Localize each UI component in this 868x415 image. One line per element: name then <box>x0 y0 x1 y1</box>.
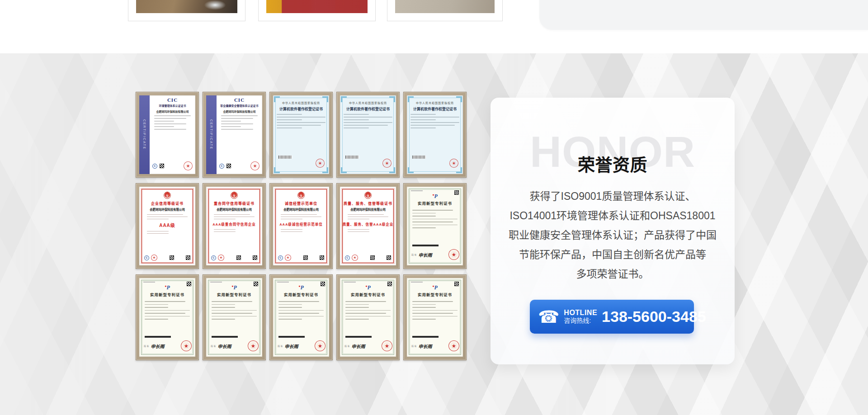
certificate-number-line <box>277 282 289 283</box>
national-emblem-seal-icon: ★ <box>315 340 326 351</box>
project-photo-3 <box>395 0 495 13</box>
certificate-page: CERTIFICATE CIC 职业健康安全管理体系认证证书 合肥珂玛环保科技有… <box>206 95 262 174</box>
certificate-item-patent[interactable]: ●P 实用新型专利证书 局 长 申长雨 ★ <box>203 274 266 360</box>
description-line: 多项荣誉证书。 <box>500 264 726 284</box>
signer-role: 局 长 <box>278 344 283 347</box>
certificate-item-copyright[interactable]: 中华人民共和国国家版权局 计算机软件著作权登记证书 ★ <box>403 92 467 178</box>
barcode-icon <box>345 336 372 338</box>
certificate-item-cic[interactable]: CERTIFICATE CIC 职业健康安全管理体系认证证书 合肥珂玛环保科技有… <box>203 92 266 178</box>
ornate-corner-icon <box>341 167 347 173</box>
barcode-icon <box>278 336 305 338</box>
certificate-number-line <box>143 282 155 283</box>
certificate-award: 质量、服务、信誉AAA级企业 <box>343 222 394 226</box>
signer-role: 局 长 <box>411 344 416 347</box>
ornate-corner-icon <box>389 96 395 102</box>
page: CERTIFICATE CIC 环境管理体系认证证书 合肥珂玛环保科技有限公司 … <box>0 0 868 415</box>
certificate-page: 中华人民共和国国家版权局 计算机软件著作权登记证书 ★ <box>407 95 463 174</box>
certificate-page: ●P 实用新型专利证书 局 长 申长雨 ★ <box>340 278 396 357</box>
certificate-item-copyright[interactable]: 中华人民共和国国家版权局 计算机软件著作权登记证书 ★ <box>269 92 333 178</box>
cnipa-logo: ●P <box>407 284 463 291</box>
certificate-title: 实用新型专利证书 <box>407 200 463 206</box>
signer-role: 局 长 <box>411 253 416 256</box>
certificate-page: ●P 实用新型专利证书 局 长 申长雨 ★ <box>407 187 463 265</box>
ornate-corner-icon <box>408 167 414 173</box>
red-seal-icon: ★ <box>218 255 224 261</box>
certificate-title: 企业信用等级证书 <box>151 201 184 206</box>
red-seal-icon: ★ <box>250 161 259 170</box>
ornate-corner-icon <box>341 96 347 102</box>
certificate-title: 诚信经营示范单位 <box>285 201 317 206</box>
certificate-side-band: CERTIFICATE <box>206 95 217 174</box>
barcode-icon <box>145 336 171 338</box>
qr-code-icon <box>186 255 190 260</box>
red-seal-icon: ★ <box>316 159 325 168</box>
hotline-button[interactable]: ☎ HOTLINE 咨询热线: 138-5600-3485 <box>530 300 694 334</box>
barcode-icon <box>345 156 359 159</box>
cic-badge-icon: C <box>152 164 157 169</box>
certificate-item-copyright[interactable]: 中华人民共和国国家版权局 计算机软件著作权登记证书 ★ <box>336 92 400 178</box>
project-photo-card[interactable] <box>387 0 503 21</box>
certificate-number-line <box>411 190 423 191</box>
certificate-item-patent[interactable]: ●P 实用新型专利证书 局 长 申长雨 ★ <box>336 274 400 360</box>
cnipa-logo: ●P <box>407 193 463 200</box>
red-emblem-icon: 信 <box>364 192 372 199</box>
national-emblem-seal-icon: ★ <box>382 340 392 351</box>
ornate-corner-icon <box>456 96 462 102</box>
certificate-page: 信 企业信用等级证书 合肥珂玛环保科技有限公司 AAA级 C ★ <box>139 187 195 265</box>
certificate-page: 信 质量、服务、信誉等级证书 合肥珂玛环保科技有限公司 质量、服务、信誉AAA级… <box>340 187 396 265</box>
signer-role: 局 长 <box>144 344 149 347</box>
national-emblem-seal-icon: ★ <box>181 340 192 351</box>
honor-description: 获得了ISO9001质量管理体系认证、 ISO14001环境管理体系认证和OHS… <box>500 187 726 284</box>
hotline-number: 138-5600-3485 <box>602 308 706 325</box>
hotline-label-zh: 咨询热线: <box>564 317 591 325</box>
certificate-item-patent[interactable]: ●P 实用新型专利证书 局 长 申长雨 ★ <box>269 274 333 360</box>
certificate-company: 合肥珂玛环保科技有限公司 <box>217 109 261 113</box>
hotline-label-en: HOTLINE <box>564 309 597 317</box>
certificate-number-line <box>411 282 423 283</box>
project-photo-card[interactable] <box>128 0 245 21</box>
certificate-title: 实用新型专利证书 <box>273 292 329 297</box>
red-emblem-icon: 信 <box>164 192 171 199</box>
certificate-item-credit[interactable]: 信 企业信用等级证书 合肥珂玛环保科技有限公司 AAA级 C ★ <box>136 183 199 269</box>
certificate-item-credit[interactable]: 信 质量、服务、信誉等级证书 合肥珂玛环保科技有限公司 质量、服务、信誉AAA级… <box>336 183 400 269</box>
certificate-side-band: CERTIFICATE <box>139 95 150 174</box>
description-line: ISO14001环境管理体系认证和OHSAS18001 <box>500 206 726 226</box>
signature: 申长雨 <box>151 343 164 349</box>
national-emblem-seal-icon: ★ <box>248 340 259 351</box>
red-seal-icon: ★ <box>352 255 358 261</box>
red-seal-icon: ★ <box>184 161 193 170</box>
certificate-title: 环境管理体系认证证书 <box>151 104 194 108</box>
certificate-item-credit[interactable]: 信 诚信经营示范单位 合肥珂玛环保科技有限公司 AAA级诚信经营示范单位 C ★ <box>269 183 333 269</box>
qr-code-icon <box>253 255 257 260</box>
certificate-title: 实用新型专利证书 <box>139 292 195 297</box>
ornate-corner-icon <box>274 96 280 102</box>
ornate-corner-icon <box>389 167 395 173</box>
certificate-number-line <box>344 282 356 283</box>
ornate-corner-icon <box>274 167 280 173</box>
credit-badge-icon: C <box>144 255 149 260</box>
signature: 申长雨 <box>284 343 298 349</box>
certificate-page: ●P 实用新型专利证书 局 长 申长雨 ★ <box>206 278 262 357</box>
certificate-page: 中华人民共和国国家版权局 计算机软件著作权登记证书 ★ <box>273 95 329 174</box>
certificate-item-credit[interactable]: 信 重合同守信用等级证书 合肥珂玛环保科技有限公司 AAA级重合同守信用企业 C… <box>203 183 266 269</box>
certificate-page: 信 重合同守信用等级证书 合肥珂玛环保科技有限公司 AAA级重合同守信用企业 C… <box>206 187 262 265</box>
certificate-item-patent[interactable]: ●P 实用新型专利证书 局 长 申长雨 ★ <box>136 274 199 360</box>
certificate-page: CERTIFICATE CIC 环境管理体系认证证书 合肥珂玛环保科技有限公司 … <box>139 95 195 174</box>
certificate-title: 质量、服务、信誉等级证书 <box>344 201 392 206</box>
certificate-item-patent[interactable]: ●P 实用新型专利证书 局 长 申长雨 ★ <box>403 183 467 269</box>
honor-panel: HONOR 荣誉资质 获得了ISO9001质量管理体系认证、 ISO14001环… <box>491 98 735 364</box>
certificate-item-cic[interactable]: CERTIFICATE CIC 环境管理体系认证证书 合肥珂玛环保科技有限公司 … <box>136 92 199 178</box>
qr-code-icon <box>236 255 241 260</box>
barcode-icon <box>412 336 439 338</box>
previous-section-panel <box>539 0 868 30</box>
red-seal-icon: ★ <box>382 159 392 168</box>
phone-icon: ☎ <box>538 308 559 325</box>
certificate-item-patent[interactable]: ●P 实用新型专利证书 局 长 申长雨 ★ <box>403 274 467 360</box>
section-title: 荣誉资质 <box>491 151 735 176</box>
red-seal-icon: ★ <box>285 255 291 261</box>
cic-logo: CIC <box>151 97 194 103</box>
description-line: 职业健康安全管理体系认证；产品获得了中国 <box>500 226 726 245</box>
project-photo-card[interactable] <box>258 0 376 21</box>
red-seal-icon: ★ <box>449 159 458 168</box>
qr-code-icon <box>160 164 164 168</box>
